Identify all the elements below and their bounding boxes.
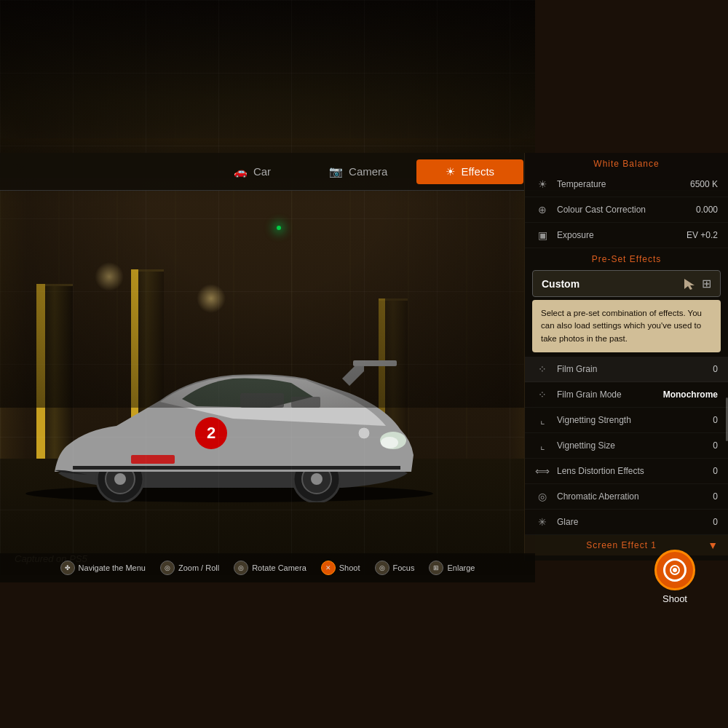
film-grain-icon: ⁘ <box>535 362 550 376</box>
scene-background: 2 <box>0 0 535 575</box>
svg-point-6 <box>311 473 323 485</box>
shoot-ctrl-btn[interactable]: ✕ <box>321 561 336 575</box>
white-balance-title: White Balance <box>525 153 728 172</box>
chromatic-aberration-value: 0 <box>713 491 718 502</box>
nav-label-car: Car <box>253 165 271 178</box>
mask-row[interactable]: □ Mask <box>525 555 728 561</box>
lens-distortion-label: Lens Distortion Effects <box>557 466 713 476</box>
car-image: 2 <box>15 313 451 502</box>
glare-value: 0 <box>713 517 718 527</box>
film-grain-label: Film Grain <box>557 364 713 374</box>
exposure-label: Exposure <box>557 230 687 240</box>
zoom-btn[interactable]: ◎ <box>160 561 175 575</box>
preset-effects-title: Pre-Set Effects <box>525 248 728 267</box>
exposure-value: EV +0.2 <box>687 230 718 240</box>
colour-cast-label: Colour Cast Correction <box>557 205 696 215</box>
svg-rect-8 <box>291 397 320 408</box>
shoot-ctrl-label: Shoot <box>339 563 360 572</box>
lens-distortion-icon: ⟺ <box>535 464 550 478</box>
shoot-area: Shoot <box>654 550 695 604</box>
vignetting-strength-value: 0 <box>713 415 718 425</box>
preset-dropdown[interactable]: Custom ⊞ <box>532 270 721 297</box>
effects-icon: ☀ <box>446 165 455 178</box>
rotate-label: Rotate Camera <box>252 563 306 572</box>
svg-rect-12 <box>131 455 175 464</box>
traffic-light <box>277 226 281 230</box>
chromatic-aberration-icon: ◎ <box>535 489 550 504</box>
film-grain-mode-label: Film Grain Mode <box>557 389 663 400</box>
temperature-value: 6500 K <box>690 179 718 189</box>
svg-text:2: 2 <box>207 424 215 442</box>
control-enlarge: ⊞ Enlarge <box>429 561 475 575</box>
focus-label: Focus <box>393 563 415 572</box>
game-area: 2 L1 🚗 Car 📷 Camera ☀ Effects R1 White B… <box>0 0 728 728</box>
chromatic-aberration-label: Chromatic Aberration <box>557 491 713 502</box>
exposure-icon: ▣ <box>535 228 550 242</box>
preset-tooltip: Select a pre-set combination of effects.… <box>532 300 721 352</box>
svg-point-11 <box>381 437 398 448</box>
nav-item-camera[interactable]: 📷 Camera <box>300 159 416 184</box>
vignetting-size-icon: ⌞ <box>535 438 550 453</box>
control-zoom: ◎ Zoom / Roll <box>160 561 219 575</box>
vignetting-size-value: 0 <box>713 440 718 451</box>
control-navigate: ✤ Navigate the Menu <box>60 561 146 575</box>
colour-cast-icon: ⊕ <box>535 202 550 217</box>
film-grain-row[interactable]: ⁘ Film Grain 0 <box>525 357 728 382</box>
film-grain-mode-row[interactable]: ⁘ Film Grain Mode Monochrome <box>525 382 728 408</box>
colour-cast-value: 0.000 <box>696 205 718 215</box>
right-panel: White Balance ☀ Temperature 6500 K ⊕ Col… <box>524 153 728 561</box>
svg-point-3 <box>114 473 126 485</box>
screen-effect-collapse[interactable]: ▼ <box>708 539 718 551</box>
focus-btn[interactable]: ◎ <box>375 561 389 575</box>
camera-icon: 📷 <box>329 165 343 178</box>
navigate-label: Navigate the Menu <box>79 563 146 572</box>
enlarge-btn[interactable]: ⊞ <box>429 561 443 575</box>
screen-effect-title: Screen Effect 1 <box>535 540 708 550</box>
shoot-icon <box>663 558 687 582</box>
film-grain-value: 0 <box>713 364 718 374</box>
film-grain-mode-value: Monochrome <box>663 389 718 400</box>
vignetting-strength-label: Vignetting Strength <box>557 415 713 425</box>
vignetting-strength-row[interactable]: ⌞ Vignetting Strength 0 <box>525 408 728 433</box>
film-grain-mode-icon: ⁘ <box>535 387 550 402</box>
svg-point-17 <box>673 568 677 572</box>
chromatic-aberration-row[interactable]: ◎ Chromatic Aberration 0 <box>525 484 728 510</box>
shoot-label: Shoot <box>662 593 687 604</box>
enlarge-label: Enlarge <box>447 563 475 572</box>
lens-distortion-value: 0 <box>713 466 718 476</box>
svg-rect-7 <box>240 393 284 408</box>
colour-cast-row: ⊕ Colour Cast Correction 0.000 <box>525 197 728 223</box>
svg-point-15 <box>358 427 370 439</box>
glare-icon: ✳ <box>535 515 550 529</box>
grid-icon: ⊞ <box>702 277 711 290</box>
preset-dropdown-value: Custom <box>542 278 683 290</box>
screen-effect-header: Screen Effect 1 ▼ <box>525 535 728 555</box>
rotate-btn[interactable]: ◎ <box>234 561 248 575</box>
shoot-button[interactable] <box>654 550 695 590</box>
nav-label-camera: Camera <box>349 165 387 178</box>
dropdown-cursor <box>683 277 696 290</box>
svg-rect-9 <box>353 360 397 366</box>
control-focus: ◎ Focus <box>375 561 415 575</box>
zoom-label: Zoom / Roll <box>178 563 219 572</box>
vignetting-strength-icon: ⌞ <box>535 413 550 427</box>
nav-label-effects: Effects <box>461 165 494 178</box>
tooltip-text: Select a pre-set combination of effects.… <box>541 309 702 343</box>
bottom-controls-bar: ✤ Navigate the Menu ◎ Zoom / Roll ◎ Rota… <box>0 553 535 582</box>
temperature-icon: ☀ <box>535 177 550 191</box>
control-shoot: ✕ Shoot <box>321 561 360 575</box>
bottom-dark <box>0 582 728 728</box>
exposure-row: ▣ Exposure EV +0.2 <box>525 223 728 248</box>
temperature-label: Temperature <box>557 179 690 189</box>
lens-distortion-row[interactable]: ⟺ Lens Distortion Effects 0 <box>525 459 728 484</box>
vignetting-size-label: Vignetting Size <box>557 440 713 451</box>
glare-row[interactable]: ✳ Glare 0 <box>525 510 728 535</box>
effects-settings: ⁘ Film Grain 0 ⁘ Film Grain Mode Monochr… <box>525 357 728 535</box>
navigate-btn[interactable]: ✤ <box>60 561 75 575</box>
vignetting-size-row[interactable]: ⌞ Vignetting Size 0 <box>525 433 728 459</box>
car-icon: 🚗 <box>234 165 248 178</box>
control-rotate: ◎ Rotate Camera <box>234 561 306 575</box>
temperature-row: ☀ Temperature 6500 K <box>525 172 728 197</box>
nav-item-car[interactable]: 🚗 Car <box>205 159 300 184</box>
nav-item-effects[interactable]: ☀ Effects <box>416 159 523 184</box>
